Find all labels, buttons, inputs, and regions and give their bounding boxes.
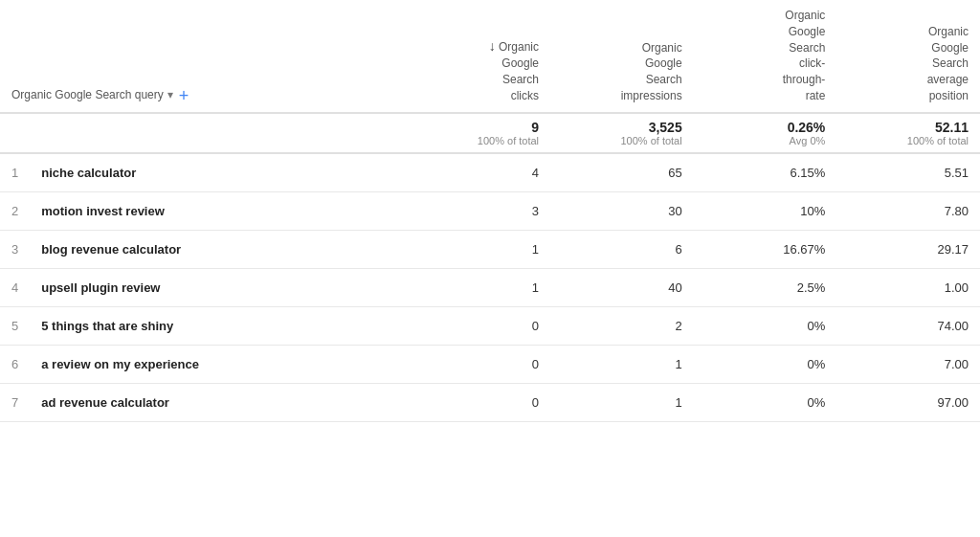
totals-clicks: 9 100% of total [407,113,550,153]
row-ctr: 2.5% [694,268,837,306]
row-ctr: 0% [694,345,837,383]
row-ctr: 0% [694,383,837,421]
search-console-table: Organic Google Search query ▾ + ↓ Organi… [0,0,980,422]
row-impressions: 65 [550,153,694,192]
row-impressions: 6 [550,230,694,268]
clicks-column-header[interactable]: ↓ OrganicGoogleSearchclicks [407,0,550,113]
row-impressions: 40 [550,268,694,306]
totals-clicks-value: 9 [418,120,539,135]
query-name[interactable]: 5 things that are shiny [30,306,407,345]
row-position: 7.80 [836,191,980,230]
add-column-button[interactable]: + [177,87,191,104]
row-number: 4 [0,268,30,306]
row-number: 2 [0,191,30,230]
row-clicks: 0 [407,345,550,383]
row-number: 7 [0,383,30,421]
totals-position-value: 52.11 [848,120,969,135]
position-column-header[interactable]: OrganicGoogleSearchaverageposition [836,0,980,113]
row-ctr: 16.67% [694,230,837,268]
table-row[interactable]: 1 niche calculator 4 65 6.15% 5.51 [0,153,980,192]
query-name[interactable]: a review on my experience [30,345,407,383]
query-name[interactable]: ad revenue calculator [30,383,407,421]
row-impressions: 2 [550,306,694,345]
row-position: 5.51 [836,153,980,192]
totals-ctr-value: 0.26% [705,120,826,135]
row-impressions: 30 [550,191,694,230]
row-clicks: 1 [407,268,550,306]
totals-ctr-sub: Avg 0% [705,135,826,146]
impressions-column-header[interactable]: OrganicGoogleSearchimpressions [550,0,694,113]
table-row[interactable]: 2 motion invest review 3 30 10% 7.80 [0,191,980,230]
totals-position-sub: 100% of total [848,135,969,146]
table-row[interactable]: 5 5 things that are shiny 0 2 0% 74.00 [0,306,980,345]
table-row[interactable]: 6 a review on my experience 0 1 0% 7.00 [0,345,980,383]
row-clicks: 0 [407,306,550,345]
totals-impressions-value: 3,525 [562,120,682,135]
query-name[interactable]: niche calculator [30,153,407,192]
totals-ctr: 0.26% Avg 0% [694,113,837,153]
filter-arrow-icon[interactable]: ▾ [167,87,173,103]
row-number: 3 [0,230,30,268]
row-position: 1.00 [836,268,980,306]
row-position: 7.00 [836,345,980,383]
table-row[interactable]: 3 blog revenue calculator 1 6 16.67% 29.… [0,230,980,268]
row-position: 29.17 [836,230,980,268]
totals-impressions-sub: 100% of total [562,135,682,146]
row-clicks: 3 [407,191,550,230]
row-ctr: 0% [694,306,837,345]
query-column-label: Organic Google Search query [11,87,164,103]
row-position: 74.00 [836,306,980,345]
row-clicks: 0 [407,383,550,421]
table-row[interactable]: 4 upsell plugin review 1 40 2.5% 1.00 [0,268,980,306]
ctr-column-header[interactable]: OrganicGoogleSearchclick-through-rate [694,0,837,113]
query-name[interactable]: upsell plugin review [30,268,407,306]
row-number: 1 [0,153,30,192]
query-name[interactable]: motion invest review [30,191,407,230]
row-impressions: 1 [550,383,694,421]
query-name[interactable]: blog revenue calculator [30,230,407,268]
query-column-header: Organic Google Search query ▾ + [0,0,407,113]
row-clicks: 4 [407,153,550,192]
totals-clicks-sub: 100% of total [418,135,539,146]
row-ctr: 10% [694,191,837,230]
row-position: 97.00 [836,383,980,421]
totals-position: 52.11 100% of total [836,113,980,153]
down-sort-icon: ↓ [489,37,496,56]
table-row[interactable]: 7 ad revenue calculator 0 1 0% 97.00 [0,383,980,421]
row-ctr: 6.15% [694,153,837,192]
row-number: 6 [0,345,30,383]
row-clicks: 1 [407,230,550,268]
totals-impressions: 3,525 100% of total [550,113,694,153]
row-impressions: 1 [550,345,694,383]
row-number: 5 [0,306,30,345]
totals-query-cell [0,113,407,153]
